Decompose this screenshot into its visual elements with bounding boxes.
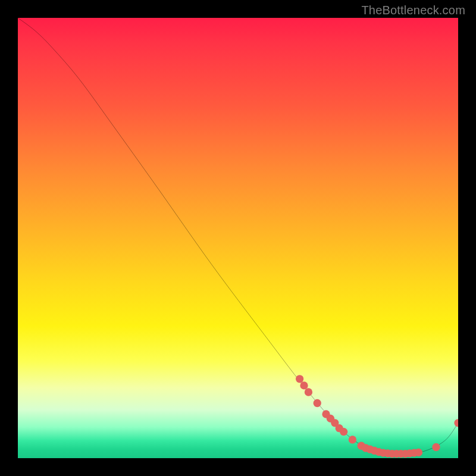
curve-svg: [18, 18, 458, 458]
curve-marker: [314, 399, 321, 407]
plot-area: [18, 18, 458, 458]
watermark-text: TheBottleneck.com: [361, 4, 465, 17]
curve-marker: [454, 419, 458, 427]
curve-marker: [415, 449, 422, 456]
curve-marker: [349, 436, 356, 443]
curve-marker: [305, 388, 312, 396]
curve-markers: [296, 375, 458, 458]
curve-marker: [296, 375, 303, 383]
chart-stage: TheBottleneck.com: [0, 0, 476, 476]
curve-marker: [300, 381, 308, 389]
curve-marker: [340, 428, 347, 436]
curve-marker: [432, 443, 440, 451]
bottleneck-curve: [18, 18, 458, 454]
